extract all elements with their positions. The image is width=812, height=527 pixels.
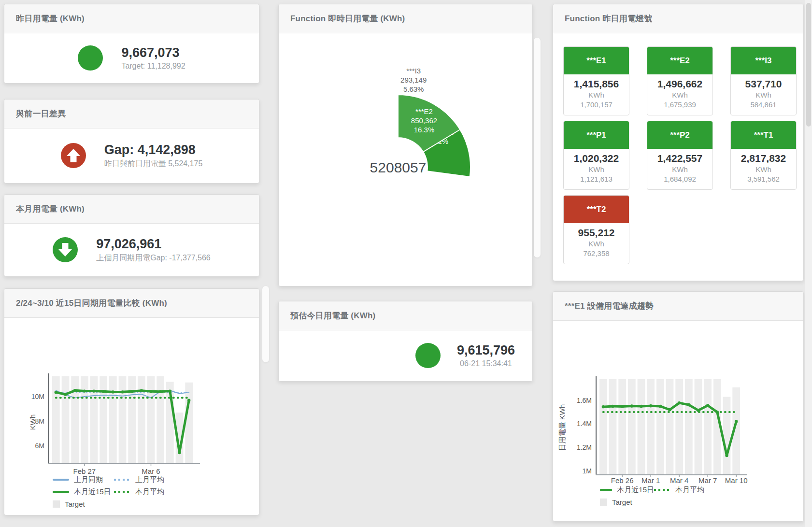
legend-label: Target <box>612 498 632 506</box>
legend-item-series[interactable]: 上月平均 <box>114 475 164 484</box>
series-marker <box>725 454 728 457</box>
series-marker <box>611 405 614 408</box>
trend15-legend: 上月同期上月平均本月近15日本月平均Target <box>53 475 164 508</box>
lamp-tile-p1: ***P11,020,322KWh1,121,613 <box>563 121 629 190</box>
legend-item-series[interactable]: 上月同期 <box>53 475 114 484</box>
legend-label: 本月平均 <box>135 487 164 497</box>
lamp-tile-t2: ***T2955,212KWh762,358 <box>563 195 629 264</box>
dotted-line-swatch <box>654 489 670 491</box>
kpi-value: 9,667,073 <box>121 45 185 60</box>
series-marker <box>735 420 738 423</box>
legend-item-target[interactable]: Target <box>53 499 114 508</box>
y-tick-label: 1.4M <box>577 420 592 427</box>
card-e1-trend-chart: ***E1 設備用電達成趨勢 日用電量 KWh 1M1.2M1.4M1.6MFe… <box>553 291 804 522</box>
series-marker <box>83 389 86 392</box>
lamp-tile-unit: KWh <box>564 240 629 248</box>
target-bar <box>656 379 664 474</box>
target-bar <box>185 383 193 463</box>
kpi-subtitle: 上個月同期用電Gap: -17,377,566 <box>96 253 211 263</box>
lamp-tile-header: ***P2 <box>647 121 712 149</box>
kpi-body: 9,615,796 06-21 15:34:41 <box>279 330 532 381</box>
legend-label: 本月近15日 <box>74 487 111 497</box>
realtime-donut-chart: ***T11,413,18327.1%***I3293,1495.63%***T… <box>279 34 533 287</box>
kpi-body: 9,667,073 Target: 11,128,992 <box>4 33 259 83</box>
series-marker <box>630 404 633 407</box>
series-marker <box>102 390 105 393</box>
series-marker <box>659 405 662 408</box>
series-marker <box>92 389 95 392</box>
series-marker <box>716 411 719 413</box>
target-bar <box>704 379 712 474</box>
card-yesterday-usage: 昨日用電量 (KWh) 9,667,073 Target: 11,128,992 <box>4 4 259 84</box>
series-marker <box>130 390 133 393</box>
lamp-tile-unit: KWh <box>564 165 629 173</box>
legend-label: 上月同期 <box>74 475 103 484</box>
lamp-tile-header: ***E1 <box>564 47 629 74</box>
card-header: 昨日用電量 (KWh) <box>4 4 259 33</box>
x-tick-label: Feb 27 <box>73 467 96 475</box>
lamp-tile-target: 1,684,092 <box>647 175 712 183</box>
card-title: 本月用電量 (KWh) <box>16 203 85 214</box>
card-estimate-today: 預估今日用電量 (KWh) 9,615,796 06-21 15:34:41 <box>278 301 533 382</box>
card-lamp-status: Function 昨日用電燈號 ***E11,415,856KWh1,700,1… <box>553 4 804 281</box>
lamp-tile-header: ***I3 <box>731 47 796 74</box>
series-marker <box>649 404 652 407</box>
card-gap-prev-day: 與前一日差異 Gap: 4,142,898 昨日與前日用電量 5,524,175 <box>4 99 259 184</box>
legend-item-series[interactable]: 本月平均 <box>654 485 704 494</box>
target-bar <box>81 376 88 463</box>
card-title: 預估今日用電量 (KWh) <box>290 310 375 321</box>
kpi-timestamp: 06-21 15:34:41 <box>457 359 515 368</box>
y-tick-label: 6M <box>35 442 44 450</box>
scrollbar-thumb-left-panel[interactable] <box>262 286 269 362</box>
x-tick-label: Mar 7 <box>698 476 717 484</box>
status-circle-green <box>415 343 441 368</box>
target-bar <box>100 376 107 463</box>
y-tick-label: 1.2M <box>577 443 592 451</box>
x-tick-label: Mar 10 <box>725 476 748 484</box>
bar-swatch <box>600 499 607 506</box>
card-title: ***E1 設備用電達成趨勢 <box>565 300 654 312</box>
series-marker <box>112 390 114 393</box>
target-bar <box>157 376 164 463</box>
y-tick-label: 10M <box>31 393 44 400</box>
card-title: 昨日用電量 (KWh) <box>16 13 85 24</box>
target-bar <box>647 379 655 474</box>
card-header: Function 即時日用電量 (KWh) <box>279 4 532 33</box>
legend-item-series[interactable]: 本月近15日 <box>53 487 114 496</box>
card-title: Function 即時日用電量 (KWh) <box>290 13 405 24</box>
series-marker <box>187 399 190 402</box>
target-bar <box>90 376 98 463</box>
target-bar <box>695 379 702 474</box>
lamp-tile-value: 1,415,856 <box>564 78 629 90</box>
target-bar <box>685 379 693 474</box>
lamp-tile-unit: KWh <box>731 165 796 173</box>
lamp-tile-value: 955,212 <box>564 227 629 239</box>
x-tick-label: Mar 1 <box>641 476 660 484</box>
lamp-tile-e1: ***E11,415,856KWh1,700,157 <box>563 46 629 115</box>
kpi-value: 97,026,961 <box>96 237 211 252</box>
status-circle-green <box>53 237 78 262</box>
y-tick-label: 8M <box>35 417 44 425</box>
target-bar <box>119 376 127 463</box>
lamp-tile-e2: ***E21,496,662KWh1,675,939 <box>647 46 713 115</box>
lamp-tiles: ***E11,415,856KWh1,700,157***E21,496,662… <box>563 46 801 264</box>
legend-item-target[interactable]: Target <box>600 498 654 506</box>
series-marker <box>169 389 171 392</box>
series-marker <box>697 409 699 412</box>
lamp-tile-header: ***T2 <box>564 196 629 223</box>
status-circle-red <box>61 143 86 168</box>
scrollbar-thumb-right[interactable] <box>806 3 811 127</box>
series-marker <box>602 405 605 408</box>
card-title: 與前一日差異 <box>16 108 66 119</box>
scrollbar-thumb-middle-panel[interactable] <box>534 38 541 257</box>
legend-label: 上月平均 <box>135 475 164 484</box>
series-marker <box>621 405 624 408</box>
legend-item-series[interactable]: 本月平均 <box>114 487 164 496</box>
legend-item-series[interactable]: 本月近15日 <box>600 485 654 494</box>
lamp-tile-target: 1,121,613 <box>564 175 629 183</box>
lamp-tile-target: 762,358 <box>564 249 629 257</box>
card-header: 本月用電量 (KWh) <box>4 195 259 224</box>
y-axis-label: 日用電量 KWh <box>558 404 566 451</box>
y-tick-label: 1.6M <box>577 397 592 404</box>
donut-label-i3: ***I3293,1495.63% <box>400 67 427 93</box>
